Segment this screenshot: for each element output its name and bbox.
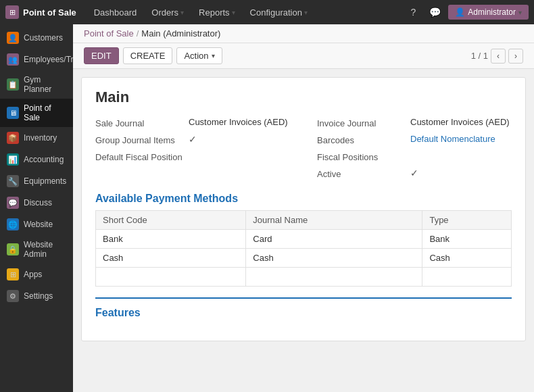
sidebar-item-apps[interactable]: ⊞ Apps	[0, 264, 73, 285]
pos-icon: 🖥	[7, 107, 19, 119]
invoice-journal-label: Invoice Journal	[317, 117, 405, 128]
sidebar-label-website-admin: Website Admin	[24, 240, 66, 259]
table-header-row: Short Code Journal Name Type	[96, 211, 512, 230]
accounting-icon: 📊	[7, 153, 19, 166]
discuss-icon: 💬	[7, 197, 19, 209]
active-check: ✓	[410, 168, 418, 178]
main-layout: 👤 Customers 👥 Employees/Trainer 📋 Gym Pl…	[0, 24, 534, 392]
sidebar-item-inventory[interactable]: 📦 Inventory	[0, 127, 73, 149]
breadcrumb: Point of Sale / Main (Administrator)	[73, 24, 534, 43]
edit-button[interactable]: EDIT	[84, 47, 119, 64]
cell-type-cash: Cash	[422, 249, 512, 268]
next-record-button[interactable]: ›	[508, 49, 523, 64]
sidebar: 👤 Customers 👥 Employees/Trainer 📋 Gym Pl…	[0, 24, 73, 392]
equipments-icon: 🔧	[7, 175, 19, 187]
col-type: Type	[422, 211, 512, 230]
sidebar-item-employees-trainer[interactable]: 👥 Employees/Trainer	[0, 49, 73, 70]
menu-item-dashboard[interactable]: Dashboard	[87, 3, 144, 22]
table-row-empty	[96, 268, 512, 287]
sidebar-label-employees: Employees/Trainer	[24, 55, 73, 64]
sidebar-item-discuss[interactable]: 💬 Discuss	[0, 192, 73, 214]
sidebar-label-customers: Customers	[24, 33, 63, 43]
barcodes-value[interactable]: Default Nomenclature	[410, 134, 495, 144]
sidebar-label-pos: Point of Sale	[24, 103, 66, 122]
cell-short-code-cash: Cash	[96, 249, 246, 268]
sidebar-item-point-of-sale[interactable]: 🖥 Point of Sale	[0, 99, 73, 127]
toolbar: EDIT CREATE Action ▾ 1 / 1 ‹ ›	[73, 43, 534, 69]
table-row[interactable]: Cash Cash Cash	[96, 249, 512, 268]
default-fiscal-label: Default Fiscal Position	[95, 151, 183, 162]
barcodes-label: Barcodes	[317, 134, 405, 145]
help-icon-button[interactable]: ?	[405, 4, 421, 20]
action-button[interactable]: Action ▾	[176, 47, 222, 64]
sale-journal-row: Sale Journal Customer Invoices (AED)	[95, 117, 290, 128]
action-dropdown[interactable]: Action ▾	[176, 47, 222, 64]
form-title: Main	[95, 89, 512, 106]
user-name: Administrator	[468, 7, 516, 17]
payment-methods-table: Short Code Journal Name Type Bank Card B…	[95, 210, 512, 287]
invoice-journal-value: Customer Invoices (AED)	[410, 117, 510, 127]
app-logo-icon: ⊞	[5, 5, 19, 19]
action-dropdown-arrow: ▾	[212, 52, 215, 59]
sidebar-item-website[interactable]: 🌐 Website	[0, 214, 73, 235]
website-admin-icon: 🔒	[7, 243, 19, 255]
sidebar-label-gym-planner: Gym Planner	[24, 75, 66, 94]
configuration-dropdown-arrow: ▾	[304, 9, 308, 16]
app-name: Point of Sale	[23, 7, 76, 18]
form-card: Main Sale Journal Customer Invoices (AED…	[81, 77, 526, 341]
sidebar-item-website-admin[interactable]: 🔒 Website Admin	[0, 235, 73, 264]
chat-icon-button[interactable]: 💬	[427, 4, 443, 20]
sidebar-item-accounting[interactable]: 📊 Accounting	[0, 149, 73, 170]
website-icon: 🌐	[7, 218, 19, 230]
toolbar-pagination: 1 / 1 ‹ ›	[471, 49, 523, 64]
employees-icon: 👥	[7, 53, 19, 66]
sidebar-item-settings[interactable]: ⚙ Settings	[0, 285, 73, 307]
apps-icon: ⊞	[7, 268, 19, 280]
top-menu: Dashboard Orders ▾ Reports ▾ Configurati…	[87, 3, 403, 22]
topnav-right-area: ? 💬 👤 Administrator ▾	[405, 4, 529, 20]
menu-item-configuration[interactable]: Configuration ▾	[243, 3, 314, 22]
fiscal-positions-label: Fiscal Positions	[317, 151, 405, 162]
table-row[interactable]: Bank Card Bank	[96, 230, 512, 249]
cell-journal-name-bank: Card	[246, 230, 422, 249]
content-area: Point of Sale / Main (Administrator) EDI…	[73, 24, 534, 392]
payment-methods-heading: Available Payment Methods	[95, 193, 512, 205]
sidebar-label-inventory: Inventory	[24, 133, 57, 143]
sidebar-label-apps: Apps	[24, 270, 42, 279]
sidebar-item-equipments[interactable]: 🔧 Equipments	[0, 170, 73, 192]
create-button[interactable]: CREATE	[123, 47, 173, 64]
prev-record-button[interactable]: ‹	[491, 49, 506, 64]
pagination-text: 1 / 1	[471, 51, 488, 61]
menu-item-reports[interactable]: Reports ▾	[192, 3, 242, 22]
group-journal-row: Group Journal Items ✓	[95, 134, 290, 145]
cell-short-code-bank: Bank	[96, 230, 246, 249]
default-fiscal-row: Default Fiscal Position	[95, 151, 290, 162]
sidebar-label-equipments: Equipments	[24, 176, 66, 186]
sale-journal-label: Sale Journal	[95, 117, 183, 128]
settings-icon: ⚙	[7, 290, 19, 302]
active-row: Active ✓	[317, 168, 512, 179]
app-logo[interactable]: ⊞ Point of Sale	[5, 5, 76, 19]
group-journal-check: ✓	[189, 134, 197, 145]
orders-dropdown-arrow: ▾	[180, 9, 184, 16]
fiscal-positions-row: Fiscal Positions	[317, 151, 512, 162]
breadcrumb-parent-link[interactable]: Point of Sale	[84, 28, 134, 39]
menu-item-orders[interactable]: Orders ▾	[145, 3, 191, 22]
sidebar-item-gym-planner[interactable]: 📋 Gym Planner	[0, 70, 73, 99]
user-menu-button[interactable]: 👤 Administrator ▾	[448, 5, 529, 20]
sidebar-label-website: Website	[24, 220, 53, 229]
breadcrumb-separator: /	[137, 28, 139, 39]
user-dropdown-arrow: ▾	[518, 9, 522, 16]
form-section: Sale Journal Customer Invoices (AED) Gro…	[95, 117, 512, 185]
inventory-icon: 📦	[7, 132, 19, 144]
gym-planner-icon: 📋	[7, 78, 19, 91]
barcodes-row: Barcodes Default Nomenclature	[317, 134, 512, 145]
active-label: Active	[317, 168, 405, 179]
invoice-journal-row: Invoice Journal Customer Invoices (AED)	[317, 117, 512, 128]
sidebar-item-customers[interactable]: 👤 Customers	[0, 27, 73, 49]
user-icon: 👤	[455, 7, 465, 17]
col-journal-name: Journal Name	[246, 211, 422, 230]
cell-journal-name-cash: Cash	[246, 249, 422, 268]
customers-icon: 👤	[7, 32, 19, 44]
form-col-right: Invoice Journal Customer Invoices (AED) …	[317, 117, 512, 185]
